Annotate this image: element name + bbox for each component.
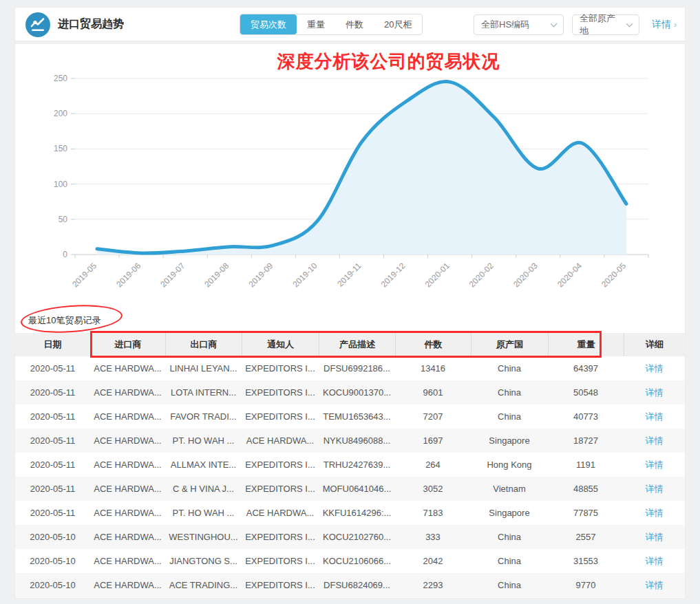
col-importer: ACE HARDWA... [90,411,165,422]
tab-trade-count[interactable]: 贸易次数 [240,14,297,34]
col-weight: 9770 [548,580,624,590]
table-header-row: 日期进口商出口商通知人产品描述件数原产国重量详细 [15,333,685,356]
origin-select-value: 全部原产地 [580,12,622,37]
tab-weight[interactable]: 重量 [297,14,335,34]
x-axis-label: 2019-08 [202,261,231,289]
table-row: 2020-05-11ACE HARDWA...PT. HO WAH ...ACE… [15,429,685,453]
row-detail-link[interactable]: 详情 [646,411,664,422]
col-importer: ACE HARDWA... [90,363,165,374]
col-notify-party: ACE HARDWA... [242,435,319,446]
col-exporter: LINHAI LEYAN... [165,363,242,374]
col-product-desc: KKFU1614296:... [319,508,395,518]
col-weight: 1191 [548,460,624,470]
x-axis-label: 2019-09 [246,261,275,289]
col-date: 2020-05-11 [15,484,90,494]
tab-quantity[interactable]: 件数 [335,14,374,34]
col-date: 2020-05-10 [15,556,90,566]
row-detail-link[interactable]: 详情 [646,580,664,590]
col-date: 2020-05-11 [15,387,90,398]
col-exporter: PT. HO WAH ... [165,508,242,518]
col-exporter: ALLMAX INTE... [165,460,242,470]
col-notify-party: EXPEDITORS I... [242,556,319,566]
col-detail: 详情 [624,555,685,568]
col-weight: 77875 [548,508,624,518]
col-importer: ACE HARDWA... [90,387,165,398]
chevron-down-icon [626,20,633,27]
x-axis-label: 2019-12 [379,261,407,289]
col-weight: 31553 [548,556,624,566]
origin-select[interactable]: 全部原产地 [572,14,639,35]
col-date: 2020-05-11 [15,363,90,374]
y-axis-label: 100 [54,180,67,189]
table-header-col-detail: 详细 [624,333,685,356]
row-detail-link[interactable]: 详情 [646,460,664,470]
col-notify-party: EXPEDITORS I... [242,580,319,590]
table-row: 2020-05-11ACE HARDWA...PT. HO WAH ...ACE… [15,501,685,525]
x-axis-label: 2019-07 [158,261,187,289]
col-notify-party: EXPEDITORS I... [242,460,319,470]
row-detail-link[interactable]: 详情 [646,532,664,542]
row-detail-link[interactable]: 详情 [646,484,664,494]
col-notify-party: EXPEDITORS I... [242,363,319,374]
table-header-col-date: 日期 [15,333,90,356]
col-importer: ACE HARDWA... [90,508,165,518]
col-detail: 详情 [624,483,685,495]
header-bar: 进口贸易趋势 贸易次数 重量 件数 20尺柜 全部HS编码 全部原产地 详情 › [14,7,686,41]
col-quantity: 13416 [395,363,471,374]
table-body: 2020-05-11ACE HARDWA...LINHAI LEYAN...EX… [15,356,685,597]
recent-records-label: 最近10笔贸易记录 [28,314,100,327]
y-axis-label: 200 [54,109,67,118]
trend-line-icon [25,12,50,37]
col-exporter: ACE TRADING... [165,580,242,590]
row-detail-link[interactable]: 详情 [646,508,664,518]
x-axis-label: 2020-01 [423,261,452,289]
col-origin-country: China [471,411,548,422]
col-importer: ACE HARDWA... [90,580,165,590]
col-origin-country: Vietnam [471,484,548,494]
table-header-col-notify-party: 通知人 [242,333,319,356]
col-quantity: 333 [395,532,471,542]
header-detail-link-label: 详情 [652,19,671,30]
col-exporter: PT. HO WAH ... [165,435,242,446]
col-notify-party: EXPEDITORS I... [242,387,319,398]
col-weight: 64397 [548,363,624,374]
col-importer: ACE HARDWA... [90,435,165,446]
table-row: 2020-05-10ACE HARDWA...ACE TRADING...EXP… [15,573,685,597]
row-detail-link[interactable]: 详情 [646,556,664,566]
col-quantity: 264 [395,460,471,470]
col-detail: 详情 [624,411,685,423]
row-detail-link[interactable]: 详情 [646,387,664,398]
table-row: 2020-05-11ACE HARDWA...LINHAI LEYAN...EX… [15,356,685,380]
table-row: 2020-05-10ACE HARDWA...JIANGTONG S...EXP… [15,549,685,573]
col-detail: 详情 [624,507,685,519]
table-header-col-quantity: 件数 [395,333,471,356]
x-axis-label: 2020-02 [467,261,496,289]
hs-code-select[interactable]: 全部HS编码 [474,14,564,35]
col-importer: ACE HARDWA... [90,460,165,470]
col-quantity: 7207 [395,411,471,422]
trend-panel: 深度分析该公司的贸易状况 0501001502002502019-052019-… [14,43,686,598]
header-detail-link[interactable]: 详情 › [652,8,677,41]
col-product-desc: DFSU6824069... [319,580,395,590]
col-origin-country: China [471,363,548,374]
x-axis-label: 2020-05 [600,261,628,289]
col-notify-party: EXPEDITORS I... [242,411,319,422]
table-row: 2020-05-11ACE HARDWA...ALLMAX INTE...EXP… [15,453,685,477]
tab-20ft-container[interactable]: 20尺柜 [374,14,422,34]
row-detail-link[interactable]: 详情 [646,363,664,374]
col-quantity: 7183 [395,508,471,518]
col-notify-party: EXPEDITORS I... [242,532,319,542]
col-product-desc: NYKU8496088... [319,435,395,446]
col-detail: 详情 [624,435,685,447]
col-weight: 18727 [548,435,624,446]
x-axis-label: 2019-05 [70,261,98,289]
col-detail: 详情 [624,531,685,543]
col-quantity: 9601 [395,387,471,398]
row-detail-link[interactable]: 详情 [646,435,664,446]
table-header-col-product-desc: 产品描述 [319,333,395,356]
col-origin-country: China [471,387,548,398]
x-axis-label: 2020-03 [511,261,540,289]
col-weight: 40773 [548,411,624,422]
col-weight: 50548 [548,387,624,398]
col-quantity: 2042 [395,556,471,566]
